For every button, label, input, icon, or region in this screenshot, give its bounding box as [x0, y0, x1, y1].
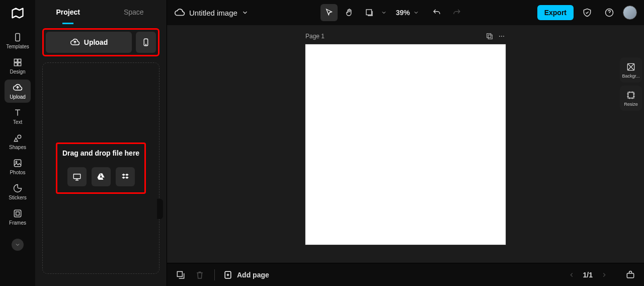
tab-project[interactable]: Project: [35, 0, 101, 24]
background-icon: [626, 62, 636, 72]
user-avatar[interactable]: [623, 6, 637, 20]
svg-rect-13: [366, 10, 372, 15]
upload-row-highlight: Upload: [42, 28, 159, 56]
monitor-icon: [72, 172, 82, 181]
prev-page-button[interactable]: [565, 268, 578, 281]
help-button[interactable]: [601, 4, 618, 21]
svg-point-5: [18, 135, 21, 138]
present-button[interactable]: [624, 268, 637, 281]
tab-space[interactable]: Space: [101, 0, 167, 24]
svg-rect-6: [14, 160, 21, 166]
svg-rect-12: [73, 174, 80, 179]
svg-rect-22: [177, 271, 182, 276]
resize-icon: [626, 90, 636, 100]
panel-collapse-handle[interactable]: [157, 199, 163, 219]
add-page-icon: [223, 270, 233, 280]
cloud-upload-icon: [70, 37, 80, 47]
resize-button[interactable]: Resize: [620, 86, 642, 111]
document-title[interactable]: Untitled image: [189, 9, 237, 17]
source-drive-button[interactable]: [92, 167, 111, 186]
svg-point-19: [503, 36, 504, 37]
drop-text: Drag and drop file here: [62, 149, 139, 157]
source-computer-button[interactable]: [67, 167, 87, 186]
device-upload-button[interactable]: [136, 32, 156, 53]
rail-stickers[interactable]: Stickers: [5, 180, 31, 203]
svg-rect-4: [18, 63, 21, 66]
artboard-tool[interactable]: [361, 4, 378, 21]
rail-label: Frames: [9, 220, 26, 226]
rail-label: Templates: [6, 44, 29, 49]
pointer-tool[interactable]: [320, 4, 338, 21]
rail-label: Shapes: [9, 145, 26, 150]
svg-rect-0: [16, 34, 20, 41]
app-logo[interactable]: [11, 6, 25, 20]
svg-rect-9: [16, 212, 20, 216]
svg-point-18: [501, 36, 502, 37]
rail-label: Stickers: [9, 195, 27, 200]
svg-point-7: [16, 161, 17, 163]
upload-button[interactable]: Upload: [46, 32, 132, 53]
undo-button[interactable]: [428, 4, 445, 21]
page-label: Page 1: [305, 33, 325, 40]
page-more-icon[interactable]: [498, 32, 506, 40]
svg-rect-1: [14, 59, 17, 62]
duplicate-page-icon[interactable]: [486, 32, 494, 40]
rail-collapse-icon[interactable]: [12, 239, 24, 251]
delete-page-button[interactable]: [193, 268, 206, 281]
source-dropbox-button[interactable]: [116, 167, 135, 186]
export-button[interactable]: Export: [537, 5, 574, 20]
svg-rect-15: [487, 34, 491, 38]
svg-rect-24: [627, 273, 633, 277]
zoom-level[interactable]: 39%: [396, 9, 410, 17]
upload-dropzone[interactable]: Drag and drop file here: [42, 62, 159, 274]
add-page-button[interactable]: Add page: [223, 270, 269, 280]
canvas-page[interactable]: [305, 44, 506, 245]
svg-rect-21: [628, 92, 634, 98]
rail-photos[interactable]: Photos: [5, 155, 31, 178]
redo-button[interactable]: [448, 4, 465, 21]
page-counter: 1/1: [583, 271, 593, 279]
rail-upload[interactable]: Upload: [5, 80, 31, 103]
rail-label: Upload: [10, 94, 26, 100]
svg-rect-16: [488, 35, 492, 39]
svg-rect-2: [18, 59, 21, 62]
shield-button[interactable]: [579, 4, 596, 21]
rail-label: Design: [10, 69, 25, 75]
svg-point-17: [499, 36, 500, 37]
rail-label: Photos: [10, 170, 25, 175]
upload-button-label: Upload: [84, 38, 108, 46]
hand-tool[interactable]: [341, 4, 358, 21]
cloud-icon: [174, 7, 185, 18]
rail-shapes[interactable]: Shapes: [5, 130, 31, 153]
title-dropdown-icon[interactable]: [242, 9, 249, 16]
rail-frames[interactable]: Frames: [5, 205, 31, 229]
dropbox-icon: [121, 172, 130, 181]
rail-templates[interactable]: Templates: [5, 29, 31, 52]
svg-point-11: [145, 44, 146, 45]
rail-design[interactable]: Design: [5, 54, 31, 78]
svg-rect-8: [14, 210, 21, 217]
svg-rect-3: [14, 63, 17, 66]
rail-text[interactable]: Text: [5, 105, 31, 128]
layers-button[interactable]: [174, 268, 187, 281]
next-page-button[interactable]: [598, 268, 611, 281]
chevron-down-icon[interactable]: [413, 10, 419, 16]
drop-box-highlight: Drag and drop file here: [56, 142, 146, 194]
rail-label: Text: [13, 119, 22, 125]
background-button[interactable]: Backgr...: [620, 57, 642, 83]
chevron-down-icon[interactable]: [381, 10, 387, 16]
google-drive-icon: [97, 172, 106, 181]
phone-icon: [141, 38, 150, 47]
